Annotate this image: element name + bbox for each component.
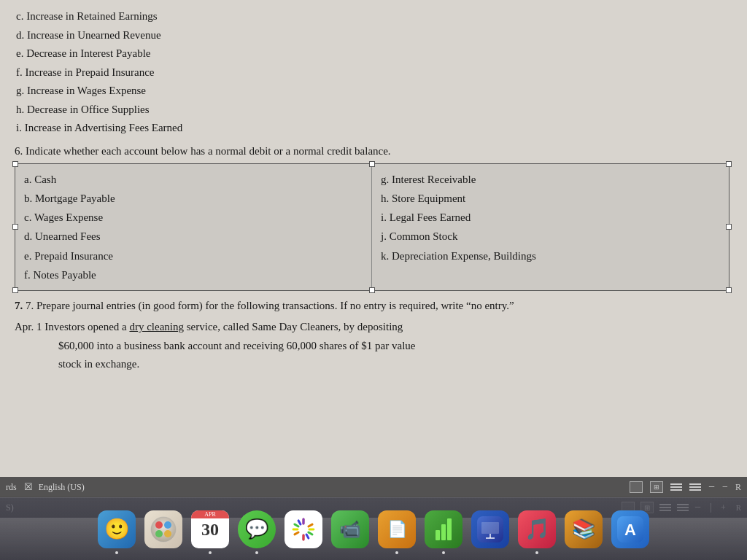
list-item-c: c. Increase in Retained Earnings xyxy=(15,7,732,26)
account-j: j. Common Stock xyxy=(381,227,720,246)
photos-icon xyxy=(285,510,322,548)
question-7-body: 7. Prepare journal entries (in good form… xyxy=(26,300,514,311)
dock-item-facetime[interactable]: 📹 xyxy=(329,508,371,551)
dock: 🙂 APR 30 xyxy=(0,497,747,560)
transaction-text1b: service, called Same Day Cleaners, by de… xyxy=(187,321,403,332)
account-i: i. Legal Fees Earned xyxy=(381,208,720,227)
tb-minus: − xyxy=(708,481,715,493)
taskbar-icon-2-glyph: ⊞ xyxy=(654,483,659,491)
list-item-f: f. Increase in Prepaid Insurance xyxy=(15,63,732,82)
account-f: f. Notes Payable xyxy=(24,265,363,284)
dock-item-appstore[interactable]: A xyxy=(609,508,651,551)
appstore-icon: A xyxy=(611,510,649,548)
list-item-i: i. Increase in Advertising Fees Earned xyxy=(15,119,732,138)
question-6-text: 6. Indicate whether each account below h… xyxy=(15,145,732,158)
taskbar-lang: English (US) xyxy=(39,482,85,493)
svg-point-4 xyxy=(164,530,171,537)
tb-lines-1 xyxy=(670,483,682,491)
dock-item-messages[interactable]: 💬 xyxy=(236,508,278,551)
account-d: d. Unearned Fees xyxy=(24,227,363,246)
music-icon: 🎵 xyxy=(518,510,556,548)
calendar-header: APR xyxy=(191,510,229,518)
calendar-dot xyxy=(209,551,212,554)
handle-bot-mid[interactable] xyxy=(369,287,375,293)
bar3 xyxy=(447,518,452,540)
handle-top-right[interactable] xyxy=(726,161,732,167)
list-section: c. Increase in Retained Earnings d. Incr… xyxy=(15,7,732,138)
keynote-icon xyxy=(471,510,509,548)
svg-point-0 xyxy=(151,517,176,542)
list-item-g: g. Increase in Wages Expense xyxy=(15,82,732,101)
dock-item-music[interactable]: 🎵 xyxy=(516,508,558,551)
transaction-line2: $60,000 into a business bank account and… xyxy=(15,337,732,356)
calendar-icon: APR 30 xyxy=(191,510,229,548)
bar2 xyxy=(441,524,446,540)
dock-item-ibooks[interactable]: 📚 xyxy=(562,508,605,551)
accounts-right-col: g. Interest Receivable h. Store Equipmen… xyxy=(372,164,729,291)
dock-item-pages[interactable]: 📄 xyxy=(376,508,418,551)
taskbar-checkbox-icon: ☒ xyxy=(24,481,33,493)
music-dot xyxy=(535,551,538,554)
account-h: h. Store Equipment xyxy=(381,189,720,208)
facetime-icon: 📹 xyxy=(331,510,369,548)
ibooks-icon: 📚 xyxy=(565,510,603,548)
account-a: a. Cash xyxy=(24,170,363,189)
finder-dot xyxy=(115,551,118,554)
dock-item-numbers[interactable] xyxy=(422,508,465,551)
account-c: c. Wages Expense xyxy=(24,208,363,227)
dock-item-finder[interactable]: 🙂 xyxy=(96,508,138,551)
tb-lines-2 xyxy=(689,483,701,491)
tb-divider: − xyxy=(722,481,728,493)
question-7-number: 7. xyxy=(15,300,23,311)
transaction-block: Apr. 1 Investors opened a dry cleaning s… xyxy=(15,318,732,374)
calendar-day: 30 xyxy=(201,520,219,540)
launchpad-icon xyxy=(144,510,182,548)
question-7-text: 7. 7. Prepare journal entries (in good f… xyxy=(15,300,732,312)
list-item-h: h. Decrease in Office Supplies xyxy=(15,101,732,120)
account-b: b. Mortgage Payable xyxy=(24,189,363,208)
svg-text:A: A xyxy=(624,521,636,539)
handle-bot-right[interactable] xyxy=(726,287,732,293)
handle-bot-left[interactable] xyxy=(12,287,18,293)
transaction-dry-cleaning: dry cleaning xyxy=(129,321,184,332)
accounts-box: a. Cash b. Mortgage Payable c. Wages Exp… xyxy=(15,163,729,292)
svg-point-1 xyxy=(155,521,163,529)
taskbar-icon-1[interactable] xyxy=(630,481,643,493)
main-content: c. Increase in Retained Earnings d. Incr… xyxy=(0,0,747,496)
pages-icon: 📄 xyxy=(378,510,416,548)
dock-item-calendar[interactable]: APR 30 xyxy=(189,508,231,551)
handle-top-left[interactable] xyxy=(12,161,18,167)
taskbar-rds: rds xyxy=(6,482,17,493)
handle-top-mid[interactable] xyxy=(369,161,375,167)
taskbar-icon-2[interactable]: ⊞ xyxy=(650,481,663,493)
messages-dot xyxy=(255,551,258,554)
numbers-dot xyxy=(442,551,445,554)
taskbar-left-section: ☒ English (US) xyxy=(24,481,85,493)
bar1 xyxy=(436,530,440,540)
account-k: k. Depreciation Expense, Buildings xyxy=(381,246,720,265)
svg-point-2 xyxy=(164,521,171,529)
tb-r: R xyxy=(735,482,741,493)
messages-icon: 💬 xyxy=(238,510,276,548)
transaction-text1: Investors opened a xyxy=(44,321,129,332)
transaction-line3: stock in exchange. xyxy=(15,355,732,374)
svg-rect-19 xyxy=(481,522,499,534)
list-item-e: e. Decrease in Interest Payable xyxy=(15,44,732,63)
transaction-line1: Apr. 1 Investors opened a dry cleaning s… xyxy=(15,318,732,337)
account-g: g. Interest Receivable xyxy=(381,170,720,189)
taskbar-main: rds ☒ English (US) ⊞ − − R xyxy=(0,477,747,497)
finder-icon: 🙂 xyxy=(98,510,136,548)
dock-item-photos[interactable] xyxy=(282,508,325,551)
account-e: e. Prepaid Insurance xyxy=(24,246,363,265)
pages-dot xyxy=(395,551,398,554)
dock-item-launchpad[interactable] xyxy=(142,508,185,551)
list-item-d: d. Increase in Unearned Revenue xyxy=(15,26,732,45)
dock-item-keynote[interactable] xyxy=(469,508,511,551)
bars-chart-icon xyxy=(436,518,452,540)
svg-point-3 xyxy=(155,530,163,537)
taskbar-right-icons: ⊞ − − R xyxy=(630,481,741,493)
handle-mid-right[interactable] xyxy=(726,224,732,230)
accounts-left-col: a. Cash b. Mortgage Payable c. Wages Exp… xyxy=(15,164,372,291)
numbers-icon xyxy=(425,510,462,548)
handle-mid-left[interactable] xyxy=(12,224,18,230)
